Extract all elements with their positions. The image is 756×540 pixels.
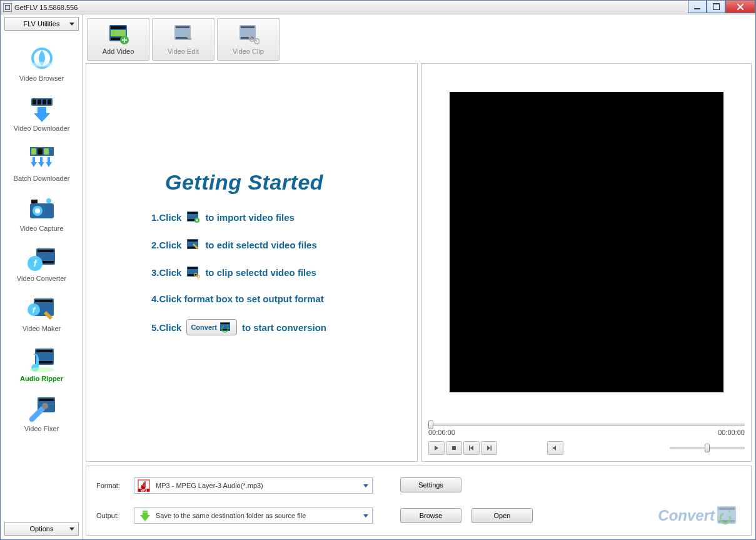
guide-step-3: 3.Click to clip selectd video files: [151, 266, 398, 278]
sidebar-item-video-maker[interactable]: f Video Maker: [1, 290, 83, 340]
time-row: 00:00:00 00:00:00: [428, 429, 745, 436]
play-button[interactable]: [428, 441, 445, 455]
svg-point-31: [42, 403, 48, 409]
settings-button[interactable]: Settings: [400, 477, 461, 492]
svg-point-1: [31, 62, 53, 67]
convert-button[interactable]: Convert: [658, 505, 738, 526]
svg-rect-35: [111, 30, 126, 36]
bottom-bar: Format: MP3 MP3 - MPEG Layer-3 Audio(*.m…: [86, 466, 752, 536]
svg-rect-50: [188, 240, 198, 242]
maximize-button[interactable]: [707, 1, 725, 13]
mini-convert-button: Convert: [186, 319, 237, 335]
preview-panel: 00:00:00 00:00:00: [421, 63, 752, 462]
svg-rect-67: [143, 510, 148, 511]
convert-label: Convert: [658, 507, 715, 524]
sidebar-item-label: Audio Ripper: [20, 375, 63, 382]
sidebar-items: Video Browser Video Downloader Ba: [1, 32, 83, 519]
video-clip-icon: [237, 24, 260, 45]
guide-step-4: 4.Click format box to set output format: [151, 293, 398, 304]
app-window: GetFLV 15.5868.556 FLV Utilities Video B…: [0, 0, 756, 540]
output-combo[interactable]: Save to the same destination folder as s…: [134, 507, 373, 524]
svg-rect-62: [491, 446, 492, 451]
sidebar-item-video-browser[interactable]: Video Browser: [1, 39, 83, 89]
svg-rect-3: [33, 99, 36, 104]
window-buttons: [688, 1, 755, 13]
svg-rect-17: [38, 250, 54, 252]
volume-slider[interactable]: [670, 447, 745, 449]
sidebar: FLV Utilities Video Browser Video Downlo…: [1, 14, 83, 539]
fixer-icon: [25, 395, 59, 424]
sidebar-item-label: Video Capture: [19, 225, 63, 232]
video-preview: [450, 92, 723, 392]
svg-rect-70: [718, 507, 735, 510]
sidebar-item-label: Video Downloader: [14, 125, 70, 132]
options-dropdown[interactable]: Options: [4, 522, 79, 536]
video-area: [428, 70, 745, 414]
sidebar-item-label: Video Maker: [23, 325, 61, 332]
svg-text:MP3: MP3: [141, 489, 148, 492]
svg-rect-10: [44, 148, 49, 155]
svg-rect-15: [31, 200, 38, 203]
guide-step-2: 2.Click to edit selectd video files: [151, 238, 398, 251]
seek-thumb-icon[interactable]: [428, 420, 433, 429]
svg-rect-6: [48, 99, 51, 104]
video-edit-icon: [172, 24, 194, 45]
video-clip-button[interactable]: Video Clip: [217, 18, 280, 61]
mp3-icon: MP3: [137, 479, 153, 492]
sidebar-item-label: Video Converter: [17, 275, 66, 282]
next-button[interactable]: [481, 441, 497, 455]
utilities-dropdown[interactable]: FLV Utilities: [4, 17, 79, 31]
app-icon: [3, 3, 12, 12]
import-icon: [186, 211, 200, 223]
sidebar-item-video-capture[interactable]: Video Capture: [1, 190, 83, 240]
open-button[interactable]: Open: [471, 508, 533, 523]
format-combo[interactable]: MP3 MP3 - MPEG Layer-3 Audio(*.mp3): [134, 477, 373, 494]
svg-rect-22: [35, 300, 53, 302]
format-label: Format:: [96, 482, 126, 489]
svg-rect-30: [39, 399, 54, 401]
sidebar-item-video-downloader[interactable]: Video Downloader: [1, 89, 83, 140]
sidebar-item-video-converter[interactable]: f Video Converter: [1, 240, 83, 290]
main-area: Add Video Video Edit Video Clip: [83, 14, 755, 539]
output-value: Save to the same destination folder as s…: [156, 512, 306, 519]
convert-film-icon: [219, 321, 233, 334]
minimize-button[interactable]: [688, 1, 707, 13]
browse-button[interactable]: Browse: [400, 508, 461, 523]
sidebar-item-audio-ripper[interactable]: Audio Ripper: [1, 340, 83, 390]
svg-rect-38: [176, 26, 189, 28]
svg-rect-58: [221, 323, 229, 324]
svg-rect-8: [31, 148, 36, 155]
svg-rect-41: [241, 26, 255, 28]
guide-panel: Getting Started 1.Click to import video …: [86, 63, 418, 462]
camera-icon: [25, 195, 59, 223]
close-button[interactable]: [725, 1, 755, 13]
volume-thumb-icon[interactable]: [705, 444, 710, 452]
clip-icon: [186, 266, 200, 278]
download-icon: [25, 94, 59, 123]
toolbar: Add Video Video Edit Video Clip: [86, 17, 752, 63]
save-arrow-icon: [137, 509, 153, 522]
svg-rect-9: [38, 148, 43, 155]
time-current: 00:00:00: [428, 429, 455, 436]
add-video-label: Add Video: [103, 48, 134, 55]
svg-rect-68: [143, 512, 148, 512]
add-video-button[interactable]: Add Video: [87, 18, 149, 61]
sidebar-item-label: Batch Downloader: [14, 175, 70, 182]
titlebar: GetFLV 15.5868.556: [1, 1, 755, 14]
prev-button[interactable]: [463, 441, 480, 455]
edit-icon: [186, 238, 200, 251]
video-edit-button[interactable]: Video Edit: [152, 18, 214, 61]
svg-rect-4: [38, 99, 41, 104]
video-clip-label: Video Clip: [233, 48, 264, 55]
converter-icon: f: [25, 245, 59, 273]
guide-step-1: 1.Click to import video files: [151, 211, 398, 223]
sidebar-item-batch-downloader[interactable]: Batch Downloader: [1, 140, 83, 190]
mute-button[interactable]: [547, 441, 563, 455]
svg-rect-53: [188, 267, 198, 269]
getting-started-title: Getting Started: [165, 170, 398, 195]
sidebar-item-video-fixer[interactable]: Video Fixer: [1, 390, 83, 440]
stop-button[interactable]: [446, 441, 462, 455]
seek-bar[interactable]: [428, 422, 745, 427]
utilities-dropdown-label: FLV Utilities: [24, 20, 60, 28]
svg-point-14: [46, 198, 51, 203]
